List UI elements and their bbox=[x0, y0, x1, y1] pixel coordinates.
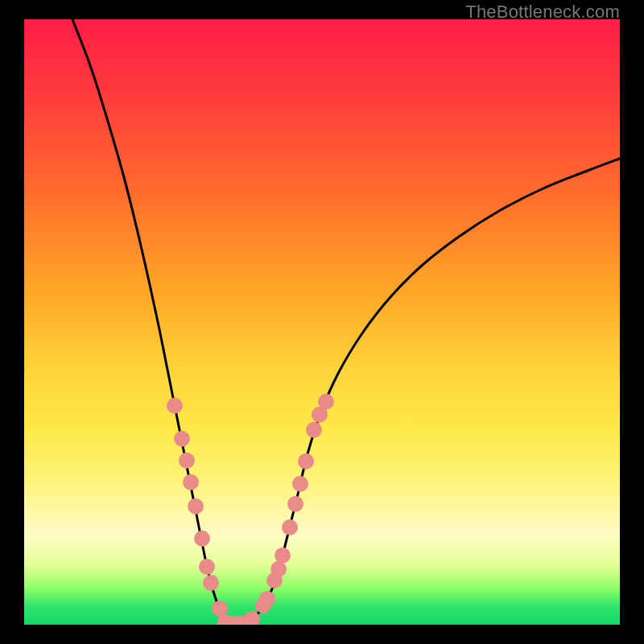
curve-overlay bbox=[24, 19, 620, 625]
data-marker bbox=[199, 559, 215, 575]
data-marker bbox=[174, 431, 190, 447]
plot-area bbox=[24, 19, 620, 625]
data-marker bbox=[306, 422, 322, 438]
marker-group-left bbox=[167, 398, 233, 625]
data-marker bbox=[318, 394, 334, 410]
data-marker bbox=[292, 476, 308, 492]
data-marker bbox=[282, 519, 298, 535]
data-marker bbox=[179, 452, 195, 469]
data-marker bbox=[203, 575, 219, 591]
data-marker bbox=[275, 547, 291, 564]
marker-group-right bbox=[224, 394, 334, 625]
data-marker bbox=[194, 530, 210, 547]
data-marker bbox=[298, 453, 314, 469]
data-marker bbox=[167, 398, 183, 414]
data-marker bbox=[259, 591, 275, 607]
data-marker bbox=[183, 474, 199, 490]
chart-frame: TheBottleneck.com bbox=[0, 0, 644, 644]
data-marker bbox=[188, 498, 204, 514]
data-marker bbox=[287, 496, 303, 512]
data-marker bbox=[270, 561, 287, 577]
